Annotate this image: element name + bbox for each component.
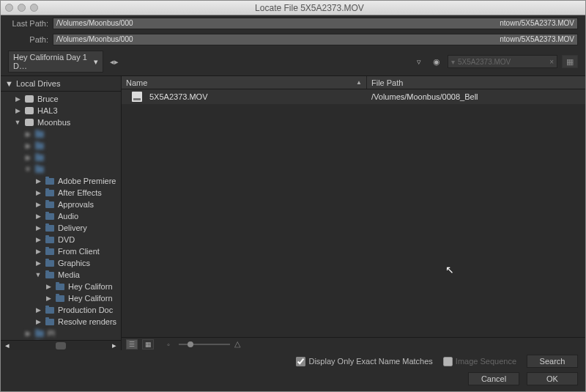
tree-node[interactable]: ▶HAL3	[1, 105, 121, 117]
tree-node-label: DVD	[58, 235, 75, 244]
disclosure-arrow-icon[interactable]: ▶	[24, 130, 31, 138]
tree-node[interactable]: ▶From Client	[1, 245, 121, 257]
tree-node[interactable]: ▶Hey Californ	[1, 281, 121, 292]
tree-node[interactable]: ▶Approvals	[1, 199, 121, 210]
tree-node[interactable]: ▶Hey Californ	[1, 292, 121, 304]
column-header-name[interactable]: Name ▲	[122, 76, 367, 89]
zoom-in-icon[interactable]: △	[234, 339, 240, 349]
tree-node[interactable]: ▼Media	[1, 269, 121, 281]
window-title: Locate File 5X5A2373.MOV	[38, 3, 581, 13]
tree-node-label: Production Doc	[58, 306, 113, 314]
tree-node-label: After Effects	[58, 188, 102, 197]
exact-match-checkbox[interactable]: Display Only Exact Name Matches	[296, 357, 432, 366]
disclosure-arrow-icon[interactable]: ▶	[34, 318, 42, 325]
tree-node[interactable]: ▶Bruce	[1, 93, 121, 105]
minimize-window-button[interactable]	[18, 4, 26, 12]
traffic-lights	[5, 4, 38, 12]
tree-node[interactable]: ▶Resolve renders	[1, 316, 121, 328]
zoom-window-button[interactable]	[30, 4, 38, 12]
last-path-label: Last Path:	[8, 19, 48, 28]
disclosure-arrow-icon[interactable]: ▶	[34, 212, 42, 220]
disclosure-arrow-icon[interactable]: ▶	[34, 224, 42, 232]
tree-node-label: Audio	[58, 212, 78, 221]
sidebar-header[interactable]: ▼ Local Drives	[1, 76, 121, 92]
disclosure-arrow-icon[interactable]: ▼	[24, 166, 31, 173]
back-forward-button[interactable]: ◂▸	[108, 56, 121, 67]
tree-node[interactable]: ▶After Effects	[1, 187, 121, 199]
disclosure-arrow-icon[interactable]: ▶	[34, 189, 42, 196]
tree-node[interactable]: ▶	[1, 152, 121, 163]
filter-icon[interactable]: ▿	[412, 56, 426, 67]
path-row: Path: /Volumes/Moonbus/000 ntown/5X5A237…	[1, 32, 585, 48]
path-field[interactable]: /Volumes/Moonbus/000 ntown/5X5A2373.MOV	[53, 34, 578, 45]
disclosure-arrow-icon[interactable]: ▶	[14, 95, 21, 103]
chevron-down-icon: ▼	[5, 79, 13, 88]
options-bar: Display Only Exact Name Matches Image Se…	[1, 350, 585, 369]
tree-node[interactable]: ▶DVD	[1, 234, 121, 245]
folder-icon	[45, 247, 55, 256]
clear-search-icon[interactable]: ×	[549, 58, 554, 66]
tree-node[interactable]: ▶	[1, 140, 121, 152]
disclosure-arrow-icon[interactable]: ▶	[24, 154, 31, 161]
disclosure-arrow-icon[interactable]: ▶	[34, 259, 42, 267]
tree-node-label: Approvals	[58, 200, 94, 209]
tree-node[interactable]: ▶Adobe Premiere	[1, 175, 121, 187]
folder-icon	[34, 153, 45, 162]
disclosure-arrow-icon[interactable]: ▶	[34, 306, 42, 314]
disclosure-arrow-icon[interactable]: ▶	[34, 248, 42, 255]
close-window-button[interactable]	[5, 4, 13, 12]
disclosure-arrow-icon[interactable]: ▶	[24, 142, 31, 149]
search-input[interactable]: ▾ 5X5A2373.MOV ×	[448, 55, 557, 68]
folder-icon	[45, 317, 55, 326]
ok-button[interactable]: OK	[527, 372, 578, 385]
tree-node[interactable]: ▶Graphics	[1, 257, 121, 269]
bin-button[interactable]: ▦	[562, 55, 578, 68]
folder-icon	[45, 235, 55, 244]
toolbar: Hey California Day 1 D… ▾ ◂▸ ▿ ◉ ▾ 5X5A2…	[1, 48, 585, 76]
disclosure-arrow-icon[interactable]: ▶	[34, 201, 42, 208]
scroll-left-icon[interactable]: ◂	[5, 341, 10, 350]
cancel-button[interactable]: Cancel	[468, 372, 519, 385]
scroll-right-icon[interactable]: ▸	[112, 341, 116, 350]
disclosure-arrow-icon[interactable]: ▼	[34, 271, 42, 278]
view-toolbar: ☰ ▦ ◦ △	[122, 337, 585, 350]
search-icon: ▾	[451, 58, 455, 66]
tree-node[interactable]: ▶Production Doc	[1, 304, 121, 316]
eye-icon[interactable]: ◉	[430, 56, 443, 67]
recent-locations-dropdown[interactable]: Hey California Day 1 D… ▾	[8, 51, 103, 73]
disclosure-arrow-icon[interactable]: ▼	[14, 119, 21, 126]
tree-node[interactable]: ▶ ts	[1, 339, 121, 340]
disclosure-arrow-icon[interactable]: ▶	[34, 177, 42, 185]
list-header: Name ▲ File Path	[122, 76, 585, 89]
search-button[interactable]: Search	[527, 355, 578, 368]
folder-tree[interactable]: ▶Bruce▶HAL3▼Moonbus▶ ▶ ▶ ▼ ▶Adobe Premie…	[1, 92, 121, 340]
tree-node[interactable]: ▶	[1, 128, 121, 140]
tree-node[interactable]: ▶Audio	[1, 210, 121, 222]
tree-node-label: Adobe Premiere	[58, 177, 116, 185]
image-sequence-checkbox[interactable]: Image Sequence	[443, 357, 516, 366]
column-header-path[interactable]: File Path	[367, 76, 585, 89]
thumbnail-size-slider[interactable]	[179, 344, 230, 345]
disk-icon	[24, 106, 34, 115]
sidebar: ▼ Local Drives ▶Bruce▶HAL3▼Moonbus▶ ▶ ▶ …	[1, 76, 122, 350]
disclosure-arrow-icon[interactable]: ▶	[24, 330, 31, 337]
sidebar-scrollbar[interactable]: ◂ ▸	[1, 340, 121, 350]
tree-node[interactable]: ▶ Pl	[1, 328, 121, 339]
last-path-field[interactable]: /Volumes/Moonbus/000 ntown/5X5A2373.MOV	[53, 18, 578, 29]
scroll-thumb[interactable]	[56, 342, 66, 350]
disclosure-arrow-icon[interactable]: ▶	[45, 283, 52, 290]
zoom-out-icon[interactable]: ◦	[167, 340, 170, 349]
file-rows: 5X5A2373.MOV/Volumes/Moonbus/0008_Bell	[122, 89, 585, 337]
table-row[interactable]: 5X5A2373.MOV/Volumes/Moonbus/0008_Bell	[122, 89, 585, 104]
disclosure-arrow-icon[interactable]: ▶	[34, 236, 42, 243]
tree-node-label: Hey Californ	[68, 282, 113, 291]
tree-node[interactable]: ▼	[1, 163, 121, 175]
tree-node[interactable]: ▶Delivery	[1, 222, 121, 234]
folder-icon	[34, 329, 45, 338]
disclosure-arrow-icon[interactable]: ▶	[14, 107, 21, 114]
tree-node[interactable]: ▼Moonbus	[1, 117, 121, 128]
list-view-button[interactable]: ☰	[126, 339, 138, 350]
thumbnail-view-button[interactable]: ▦	[142, 339, 154, 350]
folder-icon	[45, 177, 55, 185]
disclosure-arrow-icon[interactable]: ▶	[45, 295, 52, 302]
